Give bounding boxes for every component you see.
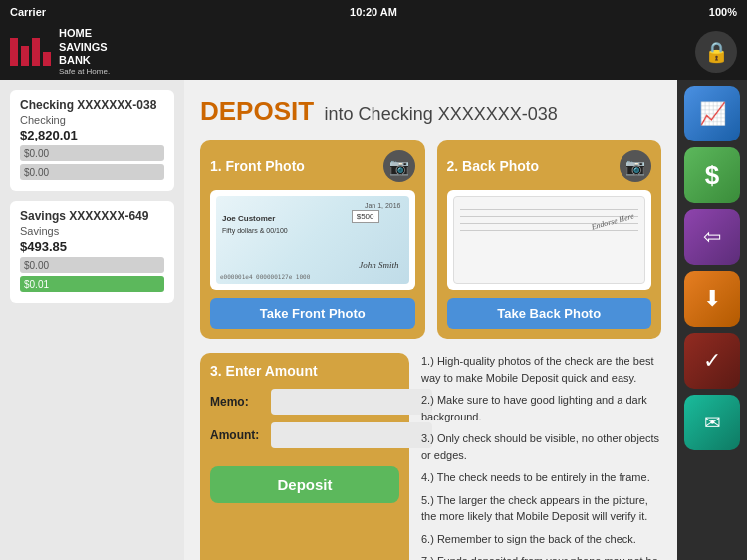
account-title-savings: Savings XXXXXXX-649 (20, 209, 164, 223)
bottom-row: 3. Enter Amount Memo: Amount: Deposit 1.… (200, 353, 661, 560)
content-area: DEPOSIT into Checking XXXXXXX-038 1. Fro… (184, 80, 677, 560)
check-back-line-1 (460, 209, 639, 210)
deposit-header: DEPOSIT into Checking XXXXXXX-038 (200, 96, 661, 127)
nav-btn-transfer[interactable]: ⇦ (684, 209, 740, 265)
back-photo-title: 2. Back Photo (447, 158, 540, 174)
check-bg: Jan 1, 2016 Joe Customer $500 Fifty doll… (216, 196, 409, 284)
deposit-button[interactable]: Deposit (210, 466, 399, 503)
back-photo-header: 2. Back Photo 📷 (447, 150, 652, 182)
instruction-6: 6.) Remember to sign the back of the che… (421, 531, 661, 548)
app-header: HOME SAVINGS BANK Safe at Home. 🔒 (0, 24, 747, 80)
account-type-checking: Checking (20, 114, 164, 126)
check-date: Jan 1, 2016 (365, 202, 401, 209)
check-front-image: Jan 1, 2016 Joe Customer $500 Fifty doll… (210, 190, 415, 290)
amount-section: 3. Enter Amount Memo: Amount: Deposit (200, 353, 409, 560)
front-photo-title: 1. Front Photo (210, 158, 305, 174)
lock-icon[interactable]: 🔒 (695, 31, 737, 73)
logo-bar-2 (21, 46, 29, 66)
account-bar-checking-1: $0.00 (20, 145, 164, 161)
memo-input[interactable] (271, 389, 432, 415)
amount-input[interactable] (271, 422, 432, 448)
account-bar-savings-1: $0.00 (20, 257, 164, 273)
instruction-1: 1.) High-quality photos of the check are… (421, 353, 661, 386)
check-signature: John Smith (359, 260, 398, 270)
sidebar: Checking XXXXXXX-038 Checking $2,820.01 … (0, 80, 184, 560)
deposit-title: DEPOSIT (200, 96, 314, 126)
growth-icon: 📈 (699, 101, 726, 127)
front-photo-preview: Jan 1, 2016 Joe Customer $500 Fifty doll… (210, 190, 415, 290)
main-layout: Checking XXXXXXX-038 Checking $2,820.01 … (0, 80, 747, 560)
account-bar-checking-2: $0.00 (20, 164, 164, 180)
amount-label: Amount: (210, 428, 265, 442)
nav-btn-dollar[interactable]: $ (684, 147, 740, 203)
take-back-photo-button[interactable]: Take Back Photo (447, 298, 652, 329)
deposit-subtitle: into Checking XXXXXXX-038 (325, 104, 558, 124)
back-photo-preview: Endorse Here (447, 190, 652, 290)
memo-label: Memo: (210, 395, 265, 409)
memo-row: Memo: (210, 389, 399, 415)
instruction-3: 3.) Only check should be visible, no oth… (421, 430, 661, 463)
battery-label: 100% (709, 6, 737, 18)
right-nav: 📈 $ ⇦ ⬇ ✓ ✉ (677, 80, 747, 560)
front-camera-icon: 📷 (383, 150, 415, 182)
check-routing: e000001e4 000000127e 1000 (220, 273, 310, 280)
logo-bar-4 (43, 52, 51, 66)
take-front-photo-button[interactable]: Take Front Photo (210, 298, 415, 329)
instruction-7: 7.) Funds deposited from your phone may … (421, 553, 661, 560)
instruction-2: 2.) Make sure to have good lighting and … (421, 392, 661, 424)
account-bar-savings-2: $0.01 (20, 276, 164, 292)
instructions-section: 1.) High-quality photos of the check are… (421, 353, 661, 560)
nav-btn-message[interactable]: ✉ (684, 395, 740, 450)
check-written-amount: Fifty dollars & 00/100 (222, 227, 403, 234)
carrier-label: Carrier (10, 6, 46, 18)
logo-bar-3 (32, 38, 40, 66)
check-icon: ✓ (703, 348, 721, 374)
nav-btn-check[interactable]: ✓ (684, 333, 740, 389)
check-amount-box: $500 (352, 210, 379, 223)
account-balance-checking: $2,820.01 (20, 128, 164, 142)
check-back-bg: Endorse Here (453, 196, 646, 284)
time-label: 10:20 AM (350, 6, 397, 18)
check-back-image: Endorse Here (447, 190, 652, 290)
account-card-savings[interactable]: Savings XXXXXXX-649 Savings $493.85 $0.0… (10, 201, 174, 303)
message-icon: ✉ (704, 411, 721, 434)
logo-bar-1 (10, 38, 18, 66)
account-type-savings: Savings (20, 225, 164, 237)
back-photo-section: 2. Back Photo 📷 Endorse Here (437, 140, 662, 339)
account-balance-savings: $493.85 (20, 239, 164, 254)
transfer-icon: ⇦ (703, 224, 721, 250)
deposit-icon: ⬇ (703, 286, 721, 312)
amount-row: Amount: (210, 422, 399, 448)
nav-btn-growth[interactable]: 📈 (684, 86, 740, 141)
nav-btn-deposit[interactable]: ⬇ (684, 271, 740, 327)
instruction-5: 5.) The larger the check appears in the … (421, 492, 661, 525)
check-back-line-4 (460, 230, 639, 231)
dollar-icon: $ (705, 160, 719, 191)
account-card-checking[interactable]: Checking XXXXXXX-038 Checking $2,820.01 … (10, 90, 174, 191)
front-photo-header: 1. Front Photo 📷 (210, 150, 415, 182)
status-bar: Carrier 10:20 AM 100% (0, 0, 747, 24)
logo-area: HOME SAVINGS BANK Safe at Home. (10, 27, 110, 76)
back-camera-icon: 📷 (620, 150, 651, 182)
photo-row: 1. Front Photo 📷 Jan 1, 2016 Joe Custome… (200, 140, 661, 339)
account-title-checking: Checking XXXXXXX-038 (20, 98, 164, 112)
logo-text: HOME SAVINGS BANK Safe at Home. (59, 27, 110, 76)
amount-section-title: 3. Enter Amount (210, 363, 399, 379)
logo-icon (10, 38, 51, 66)
front-photo-section: 1. Front Photo 📷 Jan 1, 2016 Joe Custome… (200, 140, 425, 339)
instruction-4: 4.) The check needs to be entirely in th… (421, 469, 661, 486)
